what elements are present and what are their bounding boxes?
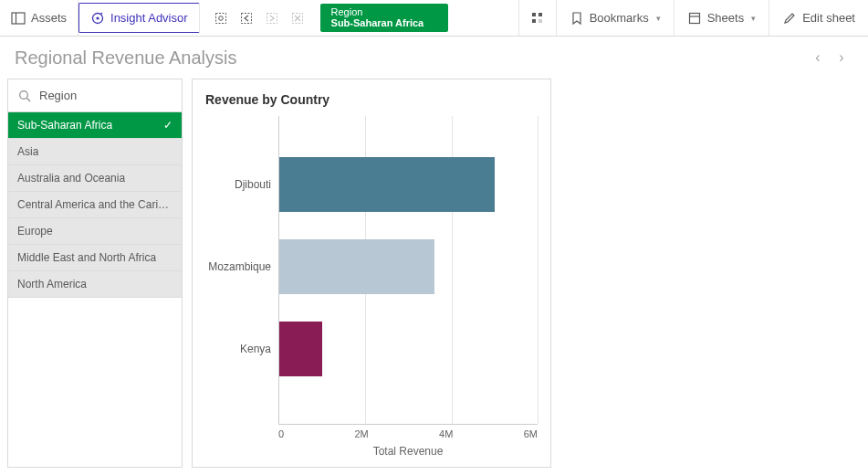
filter-field-label: Region <box>39 89 77 102</box>
filter-item-label: Central America and the Cari… <box>17 198 169 211</box>
chip-value: Sub-Saharan Africa <box>331 17 437 29</box>
x-tick-label: 2M <box>354 428 368 439</box>
insight-icon <box>90 11 105 26</box>
svg-line-4 <box>100 13 102 15</box>
x-axis-title: Total Revenue <box>278 445 538 458</box>
check-icon: ✓ <box>163 119 173 132</box>
sheets-button[interactable]: Sheets ▾ <box>674 0 769 36</box>
pencil-icon <box>782 11 797 26</box>
filter-item-label: Asia <box>17 145 38 158</box>
svg-rect-0 <box>12 13 25 24</box>
x-tick-label: 4M <box>439 428 453 439</box>
sheet-icon <box>687 11 702 26</box>
chart-bar[interactable] <box>279 157 495 212</box>
filter-header[interactable]: Region <box>8 79 182 112</box>
filter-item[interactable]: North America <box>8 271 182 298</box>
filter-item[interactable]: Asia <box>8 139 182 165</box>
svg-rect-15 <box>539 19 542 23</box>
x-axis-ticks: 02M4M6M <box>278 428 538 439</box>
page-title: Regional Revenue Analysis <box>15 48 237 69</box>
edit-sheet-button[interactable]: Edit sheet <box>769 0 868 36</box>
chart-title: Revenue by Country <box>205 92 538 107</box>
svg-rect-7 <box>241 13 251 23</box>
search-icon <box>17 89 32 103</box>
selection-chip[interactable]: Region Sub-Saharan Africa <box>320 4 448 32</box>
chevron-down-icon: ▾ <box>751 14 756 23</box>
plot-area[interactable]: DjiboutiMozambiqueKenya <box>205 116 538 445</box>
filter-list: Sub-Saharan Africa✓AsiaAustralia and Oce… <box>8 112 182 298</box>
insight-label: Insight Advisor <box>110 11 188 25</box>
svg-rect-8 <box>267 13 277 23</box>
step-back-icon[interactable] <box>235 6 258 30</box>
bookmarks-label: Bookmarks <box>590 11 649 25</box>
step-forward-icon <box>260 6 284 30</box>
insight-advisor-button[interactable]: Insight Advisor <box>78 3 200 33</box>
svg-point-6 <box>218 16 223 20</box>
svg-rect-12 <box>532 13 536 16</box>
panel-icon <box>11 11 26 26</box>
y-category-label: Kenya <box>205 308 278 390</box>
filter-item[interactable]: Europe <box>8 218 182 245</box>
x-tick-label: 0 <box>278 428 284 439</box>
chip-field: Region <box>331 6 437 17</box>
svg-rect-5 <box>215 13 225 23</box>
filter-item-label: Australia and Oceania <box>17 172 125 185</box>
y-category-label: Mozambique <box>205 226 278 308</box>
filter-item-label: Europe <box>17 225 53 238</box>
selections-grid-icon <box>530 11 545 26</box>
y-category-label: Djibouti <box>205 143 278 226</box>
svg-point-18 <box>20 90 28 99</box>
filter-item-label: Middle East and North Africa <box>17 251 156 264</box>
filter-pane: Region Sub-Saharan Africa✓AsiaAustralia … <box>7 79 183 468</box>
edit-label: Edit sheet <box>802 11 855 25</box>
svg-line-19 <box>27 98 31 101</box>
top-toolbar: Assets Insight Advisor Region Sub-Sahara… <box>0 0 868 37</box>
next-sheet-button[interactable]: › <box>830 49 853 66</box>
sheets-label: Sheets <box>707 11 744 25</box>
filter-item[interactable]: Middle East and North Africa <box>8 245 182 271</box>
smart-search-icon[interactable] <box>209 6 233 30</box>
global-selections-button[interactable] <box>518 0 556 36</box>
filter-item[interactable]: Australia and Oceania <box>8 165 182 192</box>
svg-point-3 <box>96 16 99 19</box>
assets-label: Assets <box>31 11 67 25</box>
assets-button[interactable]: Assets <box>0 0 78 36</box>
svg-rect-13 <box>539 13 542 16</box>
filter-item-label: Sub-Saharan Africa <box>17 119 112 132</box>
filter-item-label: North America <box>17 278 87 290</box>
chevron-down-icon: ▾ <box>656 14 661 23</box>
chart-bar[interactable] <box>279 322 322 376</box>
chart-panel: Revenue by Country DjiboutiMozambiqueKen… <box>192 79 551 468</box>
selection-tools <box>204 0 315 36</box>
svg-rect-14 <box>532 19 536 23</box>
bookmark-icon <box>570 11 584 26</box>
svg-rect-16 <box>689 13 699 23</box>
main-area: Region Sub-Saharan Africa✓AsiaAustralia … <box>0 79 868 475</box>
chart-bar[interactable] <box>279 239 434 294</box>
clear-selections-icon <box>286 6 309 30</box>
title-bar: Regional Revenue Analysis ‹ › <box>0 37 868 79</box>
filter-item[interactable]: Central America and the Cari… <box>8 192 182 218</box>
bookmarks-button[interactable]: Bookmarks ▾ <box>556 0 674 36</box>
x-tick-label: 6M <box>524 428 538 439</box>
prev-sheet-button[interactable]: ‹ <box>806 49 830 66</box>
filter-item[interactable]: Sub-Saharan Africa✓ <box>8 112 182 139</box>
